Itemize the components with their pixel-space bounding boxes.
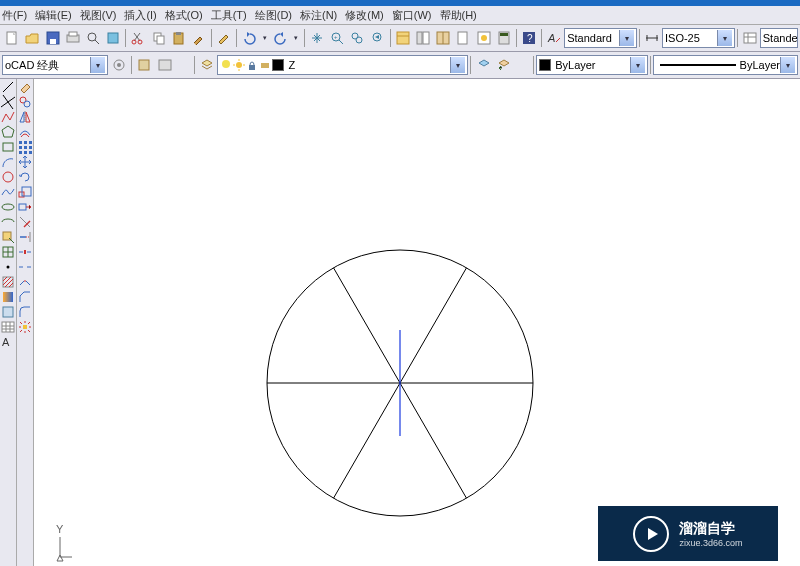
text-style-icon[interactable]: A — [545, 28, 563, 48]
save-icon[interactable] — [43, 28, 61, 48]
menu-dim[interactable]: 标注(N) — [300, 8, 337, 23]
rect-icon[interactable] — [1, 140, 15, 154]
svg-rect-88 — [29, 151, 32, 154]
help-icon[interactable]: ? — [520, 28, 538, 48]
match-icon[interactable] — [190, 28, 208, 48]
xline-icon[interactable] — [1, 95, 15, 109]
menu-view[interactable]: 视图(V) — [80, 8, 117, 23]
scale-icon[interactable] — [18, 185, 32, 199]
adcenter-icon[interactable] — [135, 55, 154, 75]
menu-format[interactable]: 格式(O) — [165, 8, 203, 23]
drawing-canvas[interactable]: Y 溜溜自学 zixue.3d66.com — [34, 79, 800, 566]
offset-icon[interactable] — [18, 125, 32, 139]
redo-icon[interactable] — [272, 28, 290, 48]
hatch-icon[interactable] — [1, 275, 15, 289]
paste-icon[interactable] — [170, 28, 188, 48]
move-icon[interactable] — [18, 155, 32, 169]
svg-rect-42 — [139, 60, 149, 70]
region-icon[interactable] — [1, 305, 15, 319]
layer-state-icon[interactable] — [474, 55, 493, 75]
dropdown-icon: ▾ — [630, 57, 645, 73]
join-icon[interactable] — [18, 275, 32, 289]
publish-icon[interactable] — [104, 28, 122, 48]
svg-line-66 — [3, 277, 11, 285]
ellipse-icon[interactable] — [1, 200, 15, 214]
trim-icon[interactable] — [18, 215, 32, 229]
dim-style-icon[interactable] — [643, 28, 661, 48]
sheet-icon[interactable] — [454, 28, 472, 48]
dim-style-select[interactable]: ISO-25▾ — [662, 28, 735, 48]
menu-tools[interactable]: 工具(T) — [211, 8, 247, 23]
block-icon[interactable] — [1, 245, 15, 259]
plot-icon[interactable] — [64, 28, 82, 48]
svg-rect-13 — [176, 32, 181, 35]
ws-settings-icon[interactable] — [109, 55, 128, 75]
menu-insert[interactable]: 插入(I) — [124, 8, 156, 23]
svg-rect-64 — [3, 277, 13, 287]
linetype-select[interactable]: ByLayer ▾ — [653, 55, 798, 75]
svg-point-41 — [117, 63, 121, 67]
zoom-rt-icon[interactable]: + — [328, 28, 346, 48]
circle-icon[interactable] — [1, 170, 15, 184]
extend-icon[interactable] — [18, 230, 32, 244]
calc-icon[interactable] — [495, 28, 513, 48]
dropdown-undo-icon[interactable]: ▾ — [260, 28, 269, 48]
text-style-select[interactable]: Standard▾ — [564, 28, 637, 48]
brush-icon[interactable] — [215, 28, 233, 48]
menu-file[interactable]: 件(F) — [2, 8, 27, 23]
table-style-select[interactable]: Stande — [760, 28, 798, 48]
new-icon[interactable] — [3, 28, 21, 48]
explode-icon[interactable] — [18, 320, 32, 334]
drawing-content — [34, 79, 800, 566]
dropdown-redo-icon[interactable]: ▾ — [292, 28, 301, 48]
preview-icon[interactable] — [84, 28, 102, 48]
point-icon[interactable] — [1, 260, 15, 274]
svg-marker-55 — [2, 126, 14, 137]
chamfer-icon[interactable] — [18, 290, 32, 304]
spline-icon[interactable] — [1, 185, 15, 199]
layer-prev-icon[interactable] — [495, 55, 514, 75]
tool-pal-icon[interactable] — [434, 28, 452, 48]
menu-modify[interactable]: 修改(M) — [345, 8, 384, 23]
menu-help[interactable]: 帮助(H) — [440, 8, 477, 23]
mtext-icon[interactable]: A — [1, 335, 15, 349]
break-icon[interactable] — [18, 260, 32, 274]
cut-icon[interactable] — [129, 28, 147, 48]
text-style-value: Standard — [567, 32, 612, 44]
gradient-icon[interactable] — [1, 290, 15, 304]
menu-draw[interactable]: 绘图(D) — [255, 8, 292, 23]
table-style-icon[interactable] — [741, 28, 759, 48]
menu-window[interactable]: 窗口(W) — [392, 8, 432, 23]
ellipse-arc-icon[interactable] — [1, 215, 15, 229]
insert-icon[interactable] — [1, 230, 15, 244]
infocenter-icon[interactable] — [155, 55, 174, 75]
mirror-icon[interactable] — [18, 110, 32, 124]
zoom-win-icon[interactable] — [348, 28, 366, 48]
array-icon[interactable] — [18, 140, 32, 154]
dropdown-icon: ▾ — [717, 30, 732, 46]
copy-icon[interactable] — [149, 28, 167, 48]
undo-icon[interactable] — [240, 28, 258, 48]
color-select[interactable]: ByLayer ▾ — [536, 55, 648, 75]
pline-icon[interactable] — [1, 110, 15, 124]
open-icon[interactable] — [23, 28, 41, 48]
pan-icon[interactable] — [308, 28, 326, 48]
arc-icon[interactable] — [1, 155, 15, 169]
markup-icon[interactable] — [475, 28, 493, 48]
copy2-icon[interactable] — [18, 95, 32, 109]
rotate-icon[interactable] — [18, 170, 32, 184]
polygon-icon[interactable] — [1, 125, 15, 139]
erase-icon[interactable] — [18, 80, 32, 94]
fillet-icon[interactable] — [18, 305, 32, 319]
stretch-icon[interactable] — [18, 200, 32, 214]
layer-props-icon[interactable] — [198, 55, 217, 75]
line-icon[interactable] — [1, 80, 15, 94]
workspace-select[interactable]: oCAD 经典▾ — [2, 55, 108, 75]
zoom-prev-icon[interactable] — [369, 28, 387, 48]
layer-select[interactable]: Z ▾ — [217, 55, 468, 75]
menu-edit[interactable]: 编辑(E) — [35, 8, 72, 23]
table-icon[interactable] — [1, 320, 15, 334]
dc-icon[interactable] — [414, 28, 432, 48]
break-pt-icon[interactable] — [18, 245, 32, 259]
props-icon[interactable] — [394, 28, 412, 48]
